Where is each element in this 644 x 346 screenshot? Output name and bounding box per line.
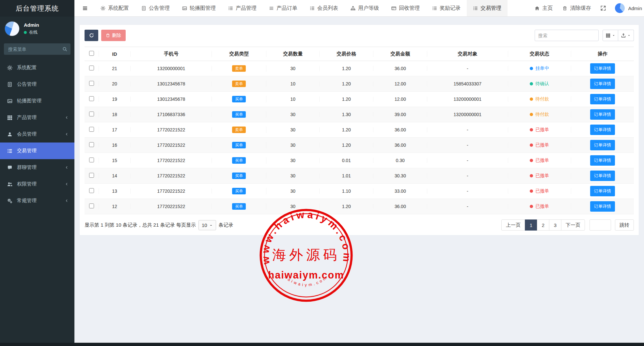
order-detail-button[interactable]: 订单详情 [590,201,615,212]
row-checkbox[interactable] [89,112,94,116]
next-page-button[interactable]: 下一页 [561,219,585,231]
tab-label: 产品管理 [236,5,257,12]
delete-button[interactable]: 删除 [101,30,126,41]
tab-8[interactable]: 奖励记录 [426,0,467,16]
order-detail-button[interactable]: 订单详情 [590,63,615,74]
export-icon [621,33,626,38]
tab-2[interactable]: 轮播图管理 [176,0,222,16]
page-button-3[interactable]: 3 [549,219,561,231]
cell-target: - [427,143,508,148]
sidebar-item-7[interactable]: 权限管理 [0,176,74,192]
row-checkbox[interactable] [89,96,94,101]
sidebar-item-4[interactable]: 会员管理 [0,126,74,143]
tab-3[interactable]: 产品管理 [222,0,263,16]
row-checkbox[interactable] [89,127,94,132]
order-detail-button[interactable]: 订单详情 [590,140,615,150]
cell-id: 13 [99,188,131,194]
order-detail-button[interactable]: 订单详情 [590,186,615,196]
user-status-label: 在线 [29,29,38,35]
sidebar-item-label: 系统配置 [17,65,37,71]
sidebar-item-8[interactable]: 常规管理 [0,192,74,209]
status-badge: 已撤单 [530,158,549,163]
trade-type-badge: 卖单 [232,81,246,87]
page-button-1[interactable]: 1 [525,219,537,231]
status-badge: 已撤单 [530,142,549,148]
row-checkbox[interactable] [89,173,94,178]
sidebar-toggle-button[interactable] [74,0,94,16]
cell-amount: 36.00 [373,143,427,148]
select-all-checkbox[interactable] [89,51,94,56]
navbar-avatar[interactable] [615,3,625,13]
sitemap-icon [351,6,355,11]
search-icon[interactable] [62,47,67,52]
cell-phone: 17720221522 [131,127,212,132]
clear-cache-link[interactable]: 清除缓存 [562,5,591,12]
table-row: 1817106837336买单301.3039.0013200000001待付款… [85,107,634,122]
order-detail-button[interactable]: 订单详情 [590,155,615,166]
home-link[interactable]: 主页 [535,5,553,12]
cell-id: 20 [99,81,131,86]
columns-toggle-button[interactable] [603,30,618,41]
cell-id: 21 [99,66,131,71]
table-search-input[interactable] [535,30,599,41]
card-icon [391,6,396,11]
tab-label: 交易管理 [480,5,501,12]
sidebar-item-6[interactable]: 群聊管理 [0,159,74,176]
page-buttons: 上一页123下一页 [501,219,585,231]
tab-4[interactable]: 产品订单 [263,0,304,16]
tab-7[interactable]: 回收管理 [385,0,426,16]
cell-phone: 17720221522 [131,143,212,148]
tab-label: 产品订单 [276,5,297,12]
page-button-2[interactable]: 2 [537,219,549,231]
chevron-left-icon [65,182,69,186]
order-detail-button[interactable]: 订单详情 [590,125,615,135]
tab-1[interactable]: 公告管理 [135,0,176,16]
order-detail-button[interactable]: 订单详情 [590,79,615,89]
tab-0[interactable]: 系统配置 [94,0,135,16]
cell-phone: 17720221522 [131,204,212,209]
row-checkbox[interactable] [89,203,94,208]
navbar-username[interactable]: Admin [628,6,643,11]
cell-quantity: 30 [266,143,320,148]
pagination-info-text: 显示第 1 到第 10 条记录，总共 21 条记录 每页显示 [85,222,196,228]
page-size-select[interactable]: 10 [198,220,216,230]
export-button[interactable] [618,30,634,41]
sidebar-item-label: 群聊管理 [17,164,37,171]
tab-label: 轮播图管理 [190,5,216,12]
tab-5[interactable]: 会员列表 [304,0,344,16]
jump-page-input[interactable] [589,219,611,231]
gear-icon [101,6,105,11]
cell-price: 1.20 [320,127,373,132]
row-checkbox[interactable] [89,81,94,86]
sidebar-item-2[interactable]: 轮播图管理 [0,93,74,109]
bottom-strip [0,343,644,346]
row-checkbox[interactable] [89,188,94,193]
cell-price: 1.01 [320,173,373,178]
fullscreen-button[interactable] [601,6,606,11]
sidebar-item-5[interactable]: 交易管理 [0,143,74,159]
row-checkbox[interactable] [89,142,94,147]
sidebar-item-3[interactable]: 产品管理 [0,109,74,126]
row-checkbox[interactable] [89,158,94,162]
cell-amount: 30.30 [373,173,427,178]
order-detail-button[interactable]: 订单详情 [590,171,615,181]
order-detail-button[interactable]: 订单详情 [590,94,615,104]
sidebar-item-0[interactable]: 系统配置 [0,59,74,76]
sidebar-search-input[interactable] [4,43,71,55]
page-size-value: 10 [202,222,207,228]
table-toolbar: 删除 [85,30,634,41]
prev-page-button[interactable]: 上一页 [501,219,525,231]
cell-amount: 12.00 [373,97,427,102]
jump-button[interactable]: 跳转 [615,219,634,231]
sidebar-item-1[interactable]: 公告管理 [0,76,74,93]
user-icon [7,132,12,137]
tab-6[interactable]: 用户等级 [344,0,385,16]
cell-id: 19 [99,97,131,102]
cell-target: - [427,188,508,194]
refresh-icon [89,33,94,38]
refresh-button[interactable] [85,30,98,41]
cell-id: 15 [99,158,131,163]
order-detail-button[interactable]: 订单详情 [590,109,615,120]
tab-9[interactable]: 交易管理 [467,0,508,16]
row-checkbox[interactable] [89,66,94,70]
